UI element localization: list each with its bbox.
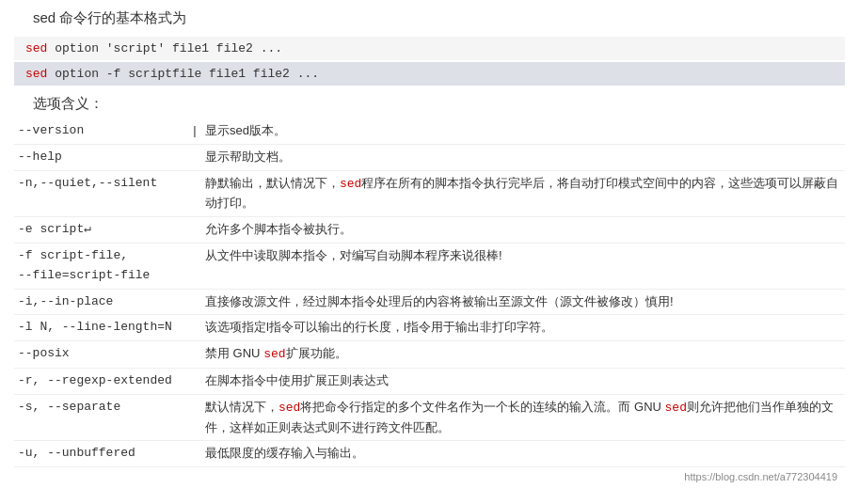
- opt-name-u: -u, --unbuffered: [14, 441, 188, 467]
- opt-desc-l: 该选项指定l指令可以输出的行长度，l指令用于输出非打印字符。: [201, 315, 845, 341]
- opt-sep-help: [188, 144, 201, 170]
- main-container: sed 命令行的基本格式为 sed option 'script' file1 …: [0, 0, 859, 494]
- opt-desc-help: 显示帮助文档。: [201, 144, 845, 170]
- code-scriptfile: scriptfile: [128, 67, 201, 81]
- code-line-2: sed option -f scriptfile file1 file2 ...: [14, 62, 845, 86]
- code-cmd-2: sed: [25, 67, 47, 81]
- opt-desc-u: 最低限度的缓存输入与输出。: [201, 441, 845, 467]
- opt-name-quiet: -n,--quiet,--silent: [14, 170, 188, 217]
- opt-sep-version: |: [188, 118, 201, 144]
- inline-sed-s2: sed: [665, 401, 687, 415]
- table-row: -r, --regexp-extended 在脚本指令中使用扩展正则表达式: [14, 368, 845, 394]
- table-row: -n,--quiet,--silent 静默输出，默认情况下，sed程序在所有的…: [14, 170, 845, 217]
- opt-sep-r: [188, 368, 201, 394]
- opt-sep-posix: [188, 341, 201, 369]
- code-cmd-1: sed: [25, 41, 47, 55]
- opt-desc-posix: 禁用 GNU sed扩展功能。: [201, 341, 845, 369]
- options-table: --version | 显示sed版本。 --help 显示帮助文档。 -n,-…: [14, 118, 845, 467]
- opt-desc-version: 显示sed版本。: [201, 118, 845, 144]
- opt-desc-i: 直接修改源文件，经过脚本指令处理后的内容将被输出至源文件（源文件被修改）慎用!: [201, 289, 845, 315]
- table-row: -u, --unbuffered 最低限度的缓存输入与输出。: [14, 441, 845, 467]
- footer-link[interactable]: https://blog.csdn.net/a772304419: [14, 467, 845, 484]
- opt-sep-s: [188, 394, 201, 441]
- opt-name-s: -s, --separate: [14, 394, 188, 441]
- table-row: -f script-file,--file=script-file 从文件中读取…: [14, 243, 845, 289]
- section-heading: sed 命令行的基本格式为: [14, 9, 845, 27]
- inline-sed-s1: sed: [278, 401, 300, 415]
- opt-name-e: -e script↵: [14, 217, 188, 244]
- table-row: -l N, --line-length=N 该选项指定l指令可以输出的行长度，l…: [14, 315, 845, 341]
- opt-name-l: -l N, --line-length=N: [14, 315, 188, 341]
- inline-sed-quiet: sed: [340, 177, 361, 191]
- opt-name-f: -f script-file,--file=script-file: [14, 243, 188, 289]
- code-rest-2a: option -f: [47, 67, 128, 81]
- opt-sep-f: [188, 243, 201, 289]
- opt-sep-i: [188, 289, 201, 315]
- opt-sep-u: [188, 441, 201, 467]
- code-rest-2b: file1 file2 ...: [201, 67, 319, 81]
- opt-desc-f: 从文件中读取脚本指令，对编写自动脚本程序来说很棒!: [201, 243, 845, 289]
- table-row: -s, --separate 默认情况下，sed将把命令行指定的多个文件名作为一…: [14, 394, 845, 441]
- table-row: --version | 显示sed版本。: [14, 118, 845, 144]
- opt-desc-quiet: 静默输出，默认情况下，sed程序在所有的脚本指令执行完毕后，将自动打印模式空间中…: [201, 170, 845, 217]
- table-row: --help 显示帮助文档。: [14, 144, 845, 170]
- options-heading: 选项含义：: [33, 95, 845, 113]
- opt-desc-e: 允许多个脚本指令被执行。: [201, 217, 845, 244]
- opt-sep-e: [188, 217, 201, 244]
- opt-name-i: -i,--in-place: [14, 289, 188, 315]
- table-row: -i,--in-place 直接修改源文件，经过脚本指令处理后的内容将被输出至源…: [14, 289, 845, 315]
- opt-desc-r: 在脚本指令中使用扩展正则表达式: [201, 368, 845, 394]
- opt-desc-s: 默认情况下，sed将把命令行指定的多个文件名作为一个长的连续的输入流。而 GNU…: [201, 394, 845, 441]
- opt-name-r: -r, --regexp-extended: [14, 368, 188, 394]
- opt-name-help: --help: [14, 144, 188, 170]
- opt-sep-quiet: [188, 170, 201, 217]
- opt-name-version: --version: [14, 118, 188, 144]
- code-line-1: sed option 'script' file1 file2 ...: [14, 37, 845, 60]
- table-row: --posix 禁用 GNU sed扩展功能。: [14, 341, 845, 369]
- table-row: -e script↵ 允许多个脚本指令被执行。: [14, 217, 845, 244]
- opt-sep-l: [188, 315, 201, 341]
- code-rest-1: option 'script' file1 file2 ...: [47, 41, 282, 55]
- inline-sed-posix: sed: [263, 347, 285, 361]
- opt-name-posix: --posix: [14, 341, 188, 369]
